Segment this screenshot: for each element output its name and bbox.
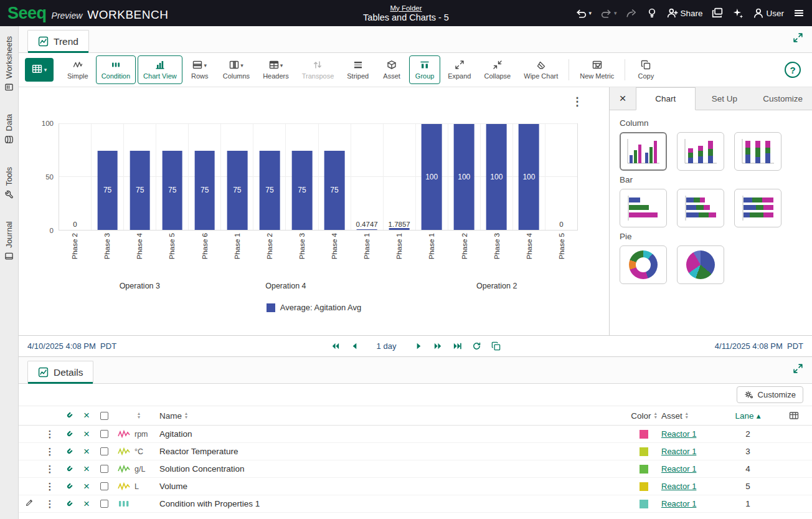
bar[interactable]: 75 xyxy=(97,151,118,231)
close-panel-icon[interactable]: × xyxy=(610,87,636,110)
edit-icon[interactable] xyxy=(25,498,34,509)
asset-link[interactable]: Reactor 1 xyxy=(661,429,696,439)
seeq-logo[interactable]: Seeq Preview WORKBENCH xyxy=(7,4,168,23)
help-button[interactable]: ? xyxy=(785,62,801,78)
bar[interactable]: 75 xyxy=(130,151,150,231)
bar[interactable]: 75 xyxy=(292,151,313,231)
select-all-checkbox[interactable] xyxy=(100,412,108,420)
redo-button[interactable]: ▾ xyxy=(601,7,617,19)
magnet-icon[interactable] xyxy=(60,460,78,477)
sort-type-icon[interactable]: ▴▾ xyxy=(138,412,140,419)
color-swatch[interactable] xyxy=(640,430,648,439)
bar[interactable] xyxy=(357,229,377,230)
toolbar-transpose-button[interactable]: Transpose xyxy=(296,55,340,84)
color-swatch[interactable] xyxy=(640,500,648,508)
thumb-bar-100-stacked[interactable] xyxy=(734,189,781,227)
toolbar-striped-button[interactable]: Striped xyxy=(341,55,374,84)
bar[interactable]: 75 xyxy=(194,151,215,231)
color-swatch[interactable] xyxy=(640,482,648,491)
sidebar-item-journal[interactable]: Journal xyxy=(4,221,14,261)
magnet-icon[interactable] xyxy=(60,478,78,495)
color-swatch[interactable] xyxy=(640,447,648,456)
remove-icon[interactable]: × xyxy=(78,478,95,495)
toolbar-asset-button[interactable]: Asset xyxy=(376,55,407,84)
thumb-bar-stacked[interactable] xyxy=(677,189,724,227)
sidebar-item-tools[interactable]: Tools xyxy=(4,167,14,199)
toolbar-collapse-button[interactable]: Collapse xyxy=(478,55,516,84)
toolbar-chart-view-button[interactable]: Chart View xyxy=(138,55,182,84)
caret-down-icon[interactable]: ▾ xyxy=(614,10,617,16)
thumb-pie[interactable] xyxy=(677,245,724,284)
column-chooser-icon[interactable] xyxy=(776,406,812,425)
row-menu-icon[interactable]: ⋮ xyxy=(40,478,60,495)
magnet-icon[interactable] xyxy=(60,495,78,512)
remove-icon[interactable]: × xyxy=(78,426,95,442)
asset-link[interactable]: Reactor 1 xyxy=(661,447,696,456)
toolbar-new-metric-button[interactable]: New Metric xyxy=(574,55,620,84)
bar[interactable]: 100 xyxy=(486,124,507,230)
column-header-name[interactable]: Name▴▾ xyxy=(159,411,187,421)
asset-link[interactable]: Reactor 1 xyxy=(661,499,696,508)
tab-trend[interactable]: Trend xyxy=(27,30,89,52)
remove-all-icon[interactable]: × xyxy=(78,406,95,425)
ai-assistant-button[interactable] xyxy=(732,7,744,19)
bar[interactable] xyxy=(389,228,410,230)
ideas-button[interactable] xyxy=(646,7,658,19)
toolbar-columns-button[interactable]: ▾Columns xyxy=(217,55,255,84)
sort-color-icon[interactable]: ▴▾ xyxy=(654,412,657,419)
toolbar-group-button[interactable]: Group xyxy=(409,55,440,84)
sort-name-icon[interactable]: ▴▾ xyxy=(185,412,187,419)
asset-link[interactable]: Reactor 1 xyxy=(661,482,696,491)
toolbar-copy-button[interactable]: Copy xyxy=(630,55,661,84)
maximize-details-icon[interactable] xyxy=(793,363,803,376)
panel-tab-customize[interactable]: Customize xyxy=(753,87,812,110)
row-menu-icon[interactable]: ⋮ xyxy=(40,443,60,460)
bar[interactable]: 75 xyxy=(324,151,345,231)
row-checkbox[interactable] xyxy=(100,500,108,508)
toolbar-simple-button[interactable]: Simple xyxy=(62,55,94,84)
row-menu-icon[interactable]: ⋮ xyxy=(40,460,60,477)
bar[interactable]: 75 xyxy=(162,151,182,231)
duplicate-worksheet-button[interactable] xyxy=(712,7,723,19)
column-header-color[interactable]: Color▴▾ xyxy=(631,411,656,421)
undo-button[interactable]: ▾ xyxy=(575,7,592,19)
user-menu[interactable]: User xyxy=(753,7,784,19)
table-mode-dropdown[interactable]: ▾ xyxy=(25,58,54,82)
maximize-trend-icon[interactable] xyxy=(793,32,803,45)
sidebar-item-data[interactable]: Data xyxy=(4,114,14,144)
step-back-full-icon[interactable] xyxy=(331,341,340,351)
magnet-all-icon[interactable] xyxy=(60,406,78,425)
toolbar-wipe-chart-button[interactable]: Wipe Chart xyxy=(518,55,564,84)
copy-range-icon[interactable] xyxy=(491,341,501,351)
bar[interactable]: 75 xyxy=(260,151,280,231)
panel-tab-setup[interactable]: Set Up xyxy=(696,87,754,110)
hamburger-menu[interactable] xyxy=(793,7,805,19)
bar[interactable]: 100 xyxy=(422,124,442,230)
toolbar-condition-button[interactable]: Condition xyxy=(96,55,136,84)
bar[interactable]: 100 xyxy=(454,124,474,230)
range-start[interactable]: 4/10/2025 4:08 PM PDT xyxy=(27,341,202,351)
thumb-column-stacked[interactable] xyxy=(677,132,724,171)
sidebar-item-worksheets[interactable]: Worksheets xyxy=(4,36,14,92)
step-back-half-icon[interactable] xyxy=(350,341,359,351)
tab-details[interactable]: Details xyxy=(27,361,93,383)
asset-link[interactable]: Reactor 1 xyxy=(661,464,696,474)
range-end[interactable]: 4/11/2025 4:08 PM PDT xyxy=(629,341,803,351)
color-swatch[interactable] xyxy=(640,465,648,474)
row-checkbox[interactable] xyxy=(100,482,108,490)
range-duration[interactable]: 1 day xyxy=(369,341,404,351)
row-menu-icon[interactable]: ⋮ xyxy=(40,495,60,512)
remove-icon[interactable]: × xyxy=(78,460,95,477)
thumb-pie-donut[interactable] xyxy=(620,245,667,284)
row-menu-icon[interactable]: ⋮ xyxy=(40,426,60,442)
magnet-icon[interactable] xyxy=(60,443,78,460)
refresh-icon[interactable] xyxy=(472,341,481,351)
row-checkbox[interactable] xyxy=(100,465,108,473)
customize-button[interactable]: Customize xyxy=(737,386,803,403)
breadcrumb[interactable]: My Folder xyxy=(390,4,422,12)
toolbar-expand-button[interactable]: Expand xyxy=(442,55,476,84)
bar[interactable]: 100 xyxy=(519,124,539,230)
chart-menu-icon[interactable]: ⋮ xyxy=(572,95,583,108)
column-header-lane[interactable]: Lane▴ xyxy=(735,411,761,421)
bar[interactable]: 75 xyxy=(227,151,248,231)
